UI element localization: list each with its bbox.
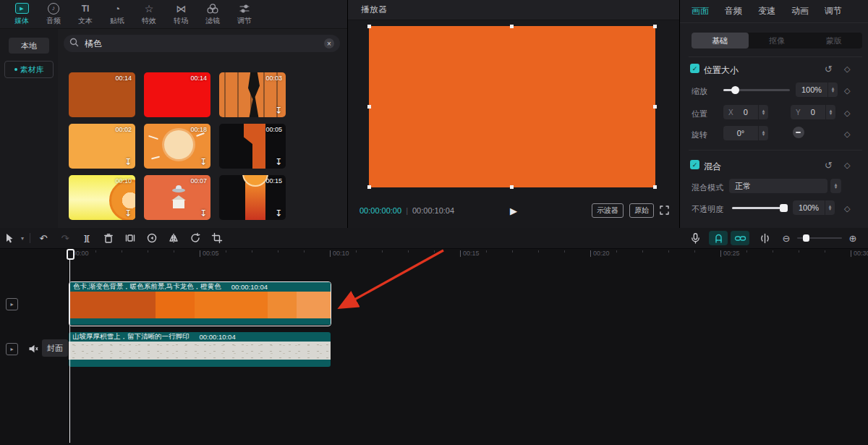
- download-icon[interactable]: ↧: [200, 157, 207, 167]
- freeze-frame-button[interactable]: [119, 229, 141, 247]
- download-icon[interactable]: ↧: [275, 208, 282, 219]
- media-thumbnail[interactable]: 00:18 ↧: [144, 124, 210, 169]
- sidebar-item-library[interactable]: 素材库: [4, 61, 54, 78]
- media-thumbnail[interactable]: 00:14: [144, 72, 210, 117]
- opacity-slider-thumb[interactable]: [780, 204, 788, 212]
- track-toggle-icon[interactable]: ▸: [6, 343, 18, 355]
- keyframe-icon[interactable]: ◇: [844, 161, 850, 170]
- rotate-button[interactable]: [184, 229, 206, 247]
- blend-checkbox[interactable]: ✓: [690, 160, 699, 169]
- tab-media[interactable]: ▶ 媒体: [6, 2, 38, 26]
- snap-magnet-toggle[interactable]: [709, 231, 728, 245]
- blend-mode-dropdown[interactable]: 正常: [729, 179, 827, 193]
- stepper-arrows[interactable]: ▴▾: [825, 105, 835, 119]
- tab-transitions[interactable]: ⋈ 转场: [165, 2, 197, 26]
- timeline-zoom-out-icon[interactable]: ⊖: [775, 229, 797, 247]
- sidebar-item-local[interactable]: 本地: [9, 38, 49, 54]
- keyframe-icon[interactable]: ◇: [844, 86, 850, 96]
- play-button[interactable]: ▶: [510, 205, 517, 216]
- download-icon[interactable]: ↧: [275, 157, 282, 167]
- undo-button[interactable]: ↶: [33, 229, 54, 247]
- subtab-mask[interactable]: 蒙版: [805, 33, 862, 48]
- tab-audio-settings[interactable]: 音频: [725, 5, 742, 17]
- fullscreen-icon[interactable]: [660, 205, 669, 216]
- stepper-arrows[interactable]: ▴▾: [758, 105, 768, 119]
- tab-picture[interactable]: 画面: [692, 5, 709, 17]
- reverse-button[interactable]: [141, 229, 163, 247]
- keyframe-icon[interactable]: ◇: [844, 204, 850, 213]
- tab-animation[interactable]: 动画: [791, 5, 809, 17]
- subtab-basic[interactable]: 基础: [692, 33, 749, 48]
- search-bar[interactable]: ×: [64, 35, 340, 52]
- selection-handle[interactable]: [510, 185, 514, 189]
- preview-axis-button[interactable]: [754, 229, 775, 247]
- position-x-field[interactable]: X 0 ▴▾: [723, 105, 768, 119]
- timeline-clip-orange[interactable]: 色卡,渐变色背景，暖色系前景,马卡龙色，橙黄色 00:00:10:04: [69, 281, 331, 326]
- media-thumbnail[interactable]: 00:10 ↧: [69, 175, 135, 220]
- playhead[interactable]: [69, 250, 70, 443]
- position-size-checkbox[interactable]: ✓: [690, 64, 699, 73]
- selection-handle[interactable]: [653, 25, 657, 28]
- original-quality-button[interactable]: 原始: [629, 203, 654, 218]
- tab-effects[interactable]: ☆ 特效: [133, 2, 165, 26]
- keyframe-icon[interactable]: ◇: [844, 64, 850, 74]
- media-thumbnail[interactable]: 00:15 ↧: [219, 175, 286, 220]
- opacity-value-field[interactable]: 100% ▴▾: [793, 200, 835, 215]
- timeline-clip-snow[interactable]: 山坡厚厚积雪上，留下清晰的一行脚印 00:00:10:04: [69, 332, 331, 367]
- tab-audio[interactable]: ♪ 音频: [38, 2, 69, 26]
- tab-speed[interactable]: 变速: [758, 5, 775, 17]
- cover-button[interactable]: 封面: [42, 339, 68, 357]
- subtab-cutout[interactable]: 抠像: [749, 33, 806, 48]
- tab-filters[interactable]: 滤镜: [197, 2, 229, 26]
- reset-icon[interactable]: ↺: [825, 64, 833, 75]
- stepper-arrows[interactable]: ▴▾: [827, 82, 838, 97]
- timeline-zoom-thumb[interactable]: [803, 234, 809, 242]
- scale-value-field[interactable]: 100% ▴▾: [796, 82, 838, 97]
- delete-button[interactable]: [98, 229, 119, 247]
- playhead-handle[interactable]: [67, 249, 75, 260]
- download-icon[interactable]: ↧: [275, 106, 282, 116]
- media-thumbnail[interactable]: 00:05 ↧: [219, 124, 286, 169]
- link-toggle[interactable]: [731, 231, 749, 245]
- media-thumbnail[interactable]: 00:03 ↧: [219, 72, 286, 117]
- rotate-value-field[interactable]: 0° ▴▾: [723, 126, 768, 140]
- crop-button[interactable]: [206, 229, 228, 247]
- reset-icon[interactable]: ↺: [825, 160, 833, 171]
- tab-text[interactable]: TI 文本: [69, 2, 101, 26]
- download-icon[interactable]: ↧: [200, 208, 207, 219]
- split-button[interactable]: ][: [76, 229, 98, 247]
- media-thumbnail[interactable]: 00:02 ↧: [69, 124, 135, 169]
- track-toggle-icon[interactable]: ▸: [6, 298, 18, 310]
- keyframe-icon[interactable]: ◇: [844, 109, 850, 118]
- player-canvas[interactable]: [369, 26, 655, 187]
- clear-search-icon[interactable]: ×: [324, 38, 334, 48]
- selection-handle[interactable]: [367, 105, 371, 109]
- tab-adjust[interactable]: 调节: [229, 2, 260, 26]
- selection-handle[interactable]: [653, 185, 657, 189]
- mute-track-icon[interactable]: [27, 343, 39, 357]
- scale-slider-thumb[interactable]: [731, 86, 739, 94]
- blend-mode-stepper[interactable]: ▴▾: [830, 179, 841, 193]
- tab-sticker[interactable]: ◔ 贴纸: [101, 2, 133, 26]
- record-voiceover-button[interactable]: [684, 229, 706, 247]
- tab-adjustment[interactable]: 调节: [825, 5, 842, 17]
- selection-handle[interactable]: [510, 25, 514, 28]
- rotate-knob[interactable]: [793, 127, 804, 138]
- selection-handle[interactable]: [653, 105, 657, 109]
- selection-handle[interactable]: [367, 25, 371, 28]
- select-tool-button[interactable]: [0, 229, 17, 247]
- mirror-button[interactable]: [163, 229, 184, 247]
- timeline-zoom-in-icon[interactable]: ⊕: [842, 229, 864, 247]
- selection-handle[interactable]: [367, 185, 371, 189]
- download-icon[interactable]: ↧: [124, 208, 132, 219]
- stepper-arrows[interactable]: ▴▾: [758, 126, 768, 140]
- redo-button[interactable]: ↷: [54, 229, 76, 247]
- media-thumbnail[interactable]: 00:14: [69, 72, 135, 117]
- search-input[interactable]: [83, 38, 320, 49]
- download-icon[interactable]: ↧: [124, 157, 132, 167]
- scope-button[interactable]: 示波器: [592, 203, 624, 218]
- keyframe-icon[interactable]: ◇: [844, 130, 850, 139]
- timeline-zoom-slider[interactable]: [797, 231, 842, 245]
- select-tool-chevron-icon[interactable]: ▾: [17, 229, 27, 247]
- media-thumbnail[interactable]: 00:07 ↧: [144, 175, 210, 220]
